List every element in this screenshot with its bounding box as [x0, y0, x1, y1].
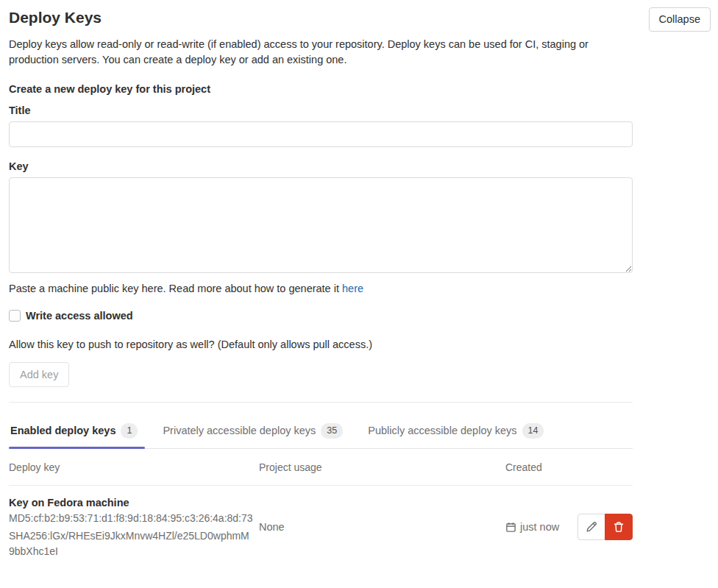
tab-privately-accessible-deploy-keys[interactable]: Privately accessible deploy keys 35: [161, 419, 344, 447]
deploy-key-title: Key on Fedora machine: [9, 497, 253, 509]
row-actions: [577, 514, 633, 540]
add-key-button[interactable]: Add key: [9, 362, 69, 387]
tab-publicly-accessible-deploy-keys[interactable]: Publicly accessible deploy keys 14: [366, 419, 545, 447]
table-header: Deploy key Project usage Created: [9, 449, 633, 486]
tab-label: Enabled deploy keys: [10, 425, 115, 436]
tab-count-badge: 1: [121, 423, 138, 438]
deploy-key-fingerprint-md5: MD5:cf:b2:b9:53:71:d1:f8:9d:18:84:95:c3:…: [9, 511, 253, 526]
created-cell: just now: [505, 514, 633, 540]
generate-key-link[interactable]: here: [342, 283, 363, 294]
edit-key-button[interactable]: [577, 514, 605, 540]
key-help-text: Paste a machine public key here. Read mo…: [9, 283, 711, 294]
key-help-static: Paste a machine public key here. Read mo…: [9, 283, 342, 294]
key-label: Key: [9, 160, 711, 172]
pencil-icon: [586, 521, 597, 533]
section-header: Deploy Keys Collapse: [9, 7, 711, 32]
created-timestamp: just now: [520, 521, 559, 533]
section-description: Deploy keys allow read-only or read-writ…: [9, 37, 636, 68]
column-header-project-usage: Project usage: [259, 461, 505, 473]
table-row: Key on Fedora machine MD5:cf:b2:b9:53:71…: [9, 486, 633, 559]
section-divider: [9, 402, 633, 403]
delete-key-button[interactable]: [605, 514, 633, 540]
tab-count-badge: 14: [522, 423, 544, 438]
project-usage-cell: None: [259, 521, 505, 533]
page-title: Deploy Keys: [9, 7, 102, 28]
deploy-key-cell: Key on Fedora machine MD5:cf:b2:b9:53:71…: [9, 495, 259, 559]
created-info: just now: [505, 521, 559, 533]
write-access-row: Write access allowed: [9, 310, 711, 322]
write-access-checkbox[interactable]: [9, 310, 21, 322]
tab-enabled-deploy-keys[interactable]: Enabled deploy keys 1: [9, 419, 139, 447]
title-input[interactable]: [9, 121, 633, 147]
write-access-label: Write access allowed: [26, 310, 133, 322]
create-key-heading: Create a new deploy key for this project: [9, 83, 711, 95]
trash-icon: [613, 521, 625, 533]
collapse-button[interactable]: Collapse: [649, 7, 711, 32]
write-access-help: Allow this key to push to repository as …: [9, 339, 711, 350]
column-header-deploy-key: Deploy key: [9, 461, 259, 473]
tab-label: Publicly accessible deploy keys: [368, 425, 516, 436]
tab-label: Privately accessible deploy keys: [163, 425, 316, 436]
deploy-keys-tabs: Enabled deploy keys 1 Privately accessib…: [9, 419, 633, 448]
tab-count-badge: 35: [321, 423, 343, 438]
deploy-keys-settings-page: Deploy Keys Collapse Deploy keys allow r…: [0, 0, 718, 588]
title-label: Title: [9, 105, 711, 116]
calendar-icon: [505, 522, 516, 533]
column-header-created: Created: [505, 461, 633, 473]
deploy-key-fingerprint-sha256: SHA256:lGx/RHEsEi9JkxMnvw4HZl/e25LD0wphm…: [9, 528, 253, 559]
key-textarea[interactable]: [9, 177, 633, 273]
